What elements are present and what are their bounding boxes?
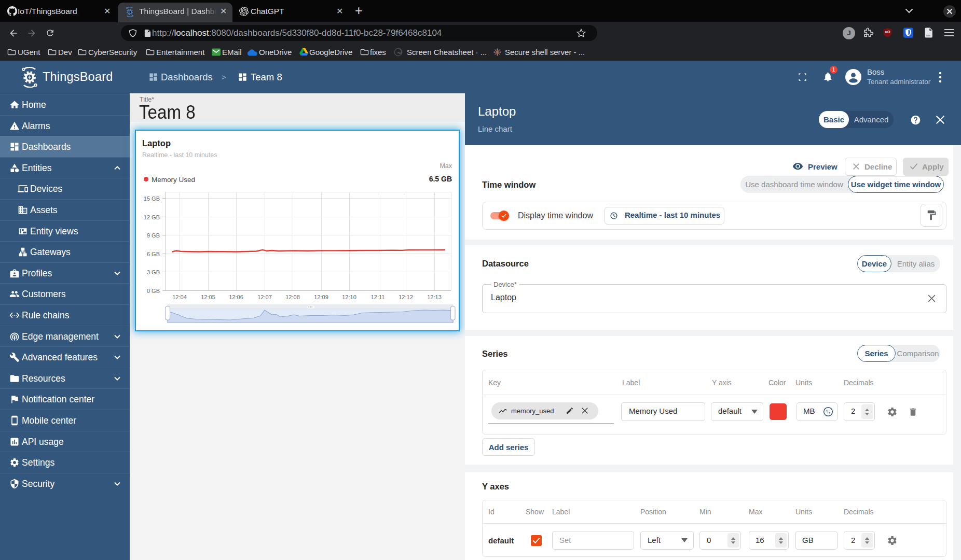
svg-text:12:12: 12:12 — [399, 294, 413, 300]
svg-text:12:07: 12:07 — [257, 294, 272, 300]
svg-text:15 GB: 15 GB — [144, 195, 160, 202]
svg-text:12:10: 12:10 — [342, 294, 356, 300]
svg-text:12:04: 12:04 — [172, 294, 187, 300]
svg-text:12:06: 12:06 — [229, 294, 243, 300]
svg-text:12 GB: 12 GB — [144, 214, 160, 220]
svg-text:9 GB: 9 GB — [147, 232, 160, 239]
svg-text:12:05: 12:05 — [201, 294, 215, 300]
svg-text:12:09: 12:09 — [314, 294, 328, 300]
svg-text:uO: uO — [885, 30, 890, 34]
svg-text:12:11: 12:11 — [371, 294, 385, 300]
svg-text:12:08: 12:08 — [285, 294, 300, 300]
svg-text:12:13: 12:13 — [427, 294, 442, 300]
svg-text:0 GB: 0 GB — [147, 288, 160, 294]
svg-text:6 GB: 6 GB — [147, 251, 160, 257]
svg-text:3 GB: 3 GB — [147, 269, 160, 275]
